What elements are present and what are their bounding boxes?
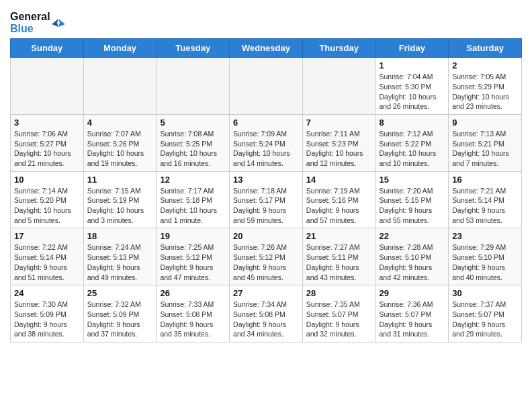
day-number: 18 [87, 231, 153, 241]
svg-marker-0 [58, 19, 65, 27]
calendar-cell: 10Sunrise: 7:14 AM Sunset: 5:20 PM Dayli… [11, 171, 84, 228]
day-info: Sunrise: 7:14 AM Sunset: 5:20 PM Dayligh… [14, 186, 80, 226]
day-info: Sunrise: 7:13 AM Sunset: 5:21 PM Dayligh… [452, 129, 518, 169]
day-info: Sunrise: 7:15 AM Sunset: 5:19 PM Dayligh… [87, 186, 153, 226]
calendar-cell: 20Sunrise: 7:26 AM Sunset: 5:12 PM Dayli… [230, 228, 303, 285]
day-info: Sunrise: 7:29 AM Sunset: 5:10 PM Dayligh… [452, 242, 518, 282]
day-info: Sunrise: 7:35 AM Sunset: 5:07 PM Dayligh… [306, 300, 372, 339]
day-number: 12 [160, 175, 226, 185]
day-number: 6 [233, 118, 299, 128]
day-info: Sunrise: 7:30 AM Sunset: 5:09 PM Dayligh… [14, 300, 80, 339]
day-number: 20 [233, 231, 299, 241]
calendar-cell: 18Sunrise: 7:24 AM Sunset: 5:13 PM Dayli… [83, 228, 157, 285]
calendar-cell: 3Sunrise: 7:06 AM Sunset: 5:27 PM Daylig… [11, 114, 84, 171]
day-number: 15 [380, 175, 445, 185]
day-number: 10 [14, 175, 80, 185]
calendar-cell: 1Sunrise: 7:04 AM Sunset: 5:30 PM Daylig… [375, 58, 449, 115]
day-number: 22 [380, 231, 445, 241]
day-number: 16 [452, 175, 518, 185]
day-info: Sunrise: 7:36 AM Sunset: 5:07 PM Dayligh… [380, 300, 445, 339]
calendar-table: SundayMondayTuesdayWednesdayThursdayFrid… [10, 38, 522, 342]
day-info: Sunrise: 7:24 AM Sunset: 5:13 PM Dayligh… [87, 242, 153, 282]
logo: General Blue [10, 11, 65, 34]
day-number: 9 [452, 118, 518, 128]
calendar-cell: 22Sunrise: 7:28 AM Sunset: 5:10 PM Dayli… [375, 228, 449, 285]
weekday-header-monday: Monday [83, 39, 157, 58]
calendar-cell: 2Sunrise: 7:05 AM Sunset: 5:29 PM Daylig… [449, 58, 522, 115]
calendar-cell: 17Sunrise: 7:22 AM Sunset: 5:14 PM Dayli… [11, 228, 84, 285]
day-info: Sunrise: 7:20 AM Sunset: 5:15 PM Dayligh… [380, 186, 445, 226]
calendar-cell: 29Sunrise: 7:36 AM Sunset: 5:07 PM Dayli… [375, 285, 449, 342]
day-info: Sunrise: 7:21 AM Sunset: 5:14 PM Dayligh… [452, 186, 518, 226]
weekday-header-row: SundayMondayTuesdayWednesdayThursdayFrid… [11, 39, 522, 58]
day-number: 1 [380, 60, 445, 71]
weekday-header-tuesday: Tuesday [157, 39, 230, 58]
weekday-header-sunday: Sunday [11, 39, 84, 58]
logo-blue: Blue [10, 23, 50, 35]
day-number: 14 [306, 175, 372, 185]
day-info: Sunrise: 7:33 AM Sunset: 5:08 PM Dayligh… [160, 300, 226, 339]
week-row-4: 17Sunrise: 7:22 AM Sunset: 5:14 PM Dayli… [11, 228, 522, 285]
day-info: Sunrise: 7:37 AM Sunset: 5:07 PM Dayligh… [452, 300, 518, 339]
logo-general: General [10, 11, 50, 23]
day-info: Sunrise: 7:18 AM Sunset: 5:17 PM Dayligh… [233, 186, 299, 226]
day-number: 17 [14, 231, 80, 241]
calendar-cell: 11Sunrise: 7:15 AM Sunset: 5:19 PM Dayli… [83, 171, 157, 228]
day-number: 25 [87, 288, 153, 298]
calendar-cell: 16Sunrise: 7:21 AM Sunset: 5:14 PM Dayli… [449, 171, 522, 228]
day-number: 8 [380, 118, 445, 128]
weekday-header-saturday: Saturday [449, 39, 522, 58]
calendar-cell: 19Sunrise: 7:25 AM Sunset: 5:12 PM Dayli… [157, 228, 230, 285]
day-number: 13 [233, 175, 299, 185]
calendar-cell: 30Sunrise: 7:37 AM Sunset: 5:07 PM Dayli… [449, 285, 522, 342]
day-number: 28 [306, 288, 372, 298]
calendar-cell: 15Sunrise: 7:20 AM Sunset: 5:15 PM Dayli… [375, 171, 449, 228]
day-info: Sunrise: 7:32 AM Sunset: 5:09 PM Dayligh… [87, 300, 153, 339]
weekday-header-wednesday: Wednesday [230, 39, 303, 58]
calendar-cell: 6Sunrise: 7:09 AM Sunset: 5:24 PM Daylig… [230, 114, 303, 171]
day-info: Sunrise: 7:34 AM Sunset: 5:08 PM Dayligh… [233, 300, 299, 339]
day-number: 29 [380, 288, 445, 298]
day-info: Sunrise: 7:06 AM Sunset: 5:27 PM Dayligh… [14, 129, 80, 169]
day-info: Sunrise: 7:25 AM Sunset: 5:12 PM Dayligh… [160, 242, 226, 282]
calendar-cell: 28Sunrise: 7:35 AM Sunset: 5:07 PM Dayli… [302, 285, 375, 342]
day-info: Sunrise: 7:12 AM Sunset: 5:22 PM Dayligh… [380, 129, 445, 169]
logo-text-block: General Blue [10, 11, 50, 34]
calendar-cell: 26Sunrise: 7:33 AM Sunset: 5:08 PM Dayli… [157, 285, 230, 342]
day-info: Sunrise: 7:08 AM Sunset: 5:25 PM Dayligh… [160, 129, 226, 169]
week-row-3: 10Sunrise: 7:14 AM Sunset: 5:20 PM Dayli… [11, 171, 522, 228]
calendar-cell [83, 58, 157, 115]
weekday-header-friday: Friday [375, 39, 449, 58]
calendar-cell [157, 58, 230, 115]
day-number: 19 [160, 231, 226, 241]
calendar-cell [230, 58, 303, 115]
day-number: 30 [452, 288, 518, 298]
day-info: Sunrise: 7:11 AM Sunset: 5:23 PM Dayligh… [306, 129, 372, 169]
calendar-cell [302, 58, 375, 115]
day-info: Sunrise: 7:17 AM Sunset: 5:18 PM Dayligh… [160, 186, 226, 226]
calendar-cell: 27Sunrise: 7:34 AM Sunset: 5:08 PM Dayli… [230, 285, 303, 342]
day-number: 11 [87, 175, 153, 185]
calendar-cell: 24Sunrise: 7:30 AM Sunset: 5:09 PM Dayli… [11, 285, 84, 342]
day-number: 21 [306, 231, 372, 241]
week-row-1: 1Sunrise: 7:04 AM Sunset: 5:30 PM Daylig… [11, 58, 522, 115]
day-info: Sunrise: 7:05 AM Sunset: 5:29 PM Dayligh… [452, 72, 518, 111]
calendar-cell: 21Sunrise: 7:27 AM Sunset: 5:11 PM Dayli… [302, 228, 375, 285]
svg-marker-1 [52, 19, 58, 27]
calendar-cell: 7Sunrise: 7:11 AM Sunset: 5:23 PM Daylig… [302, 114, 375, 171]
calendar-cell: 8Sunrise: 7:12 AM Sunset: 5:22 PM Daylig… [375, 114, 449, 171]
calendar-cell: 12Sunrise: 7:17 AM Sunset: 5:18 PM Dayli… [157, 171, 230, 228]
calendar-cell: 9Sunrise: 7:13 AM Sunset: 5:21 PM Daylig… [449, 114, 522, 171]
day-number: 27 [233, 288, 299, 298]
logo-bird-icon [52, 16, 65, 30]
day-number: 7 [306, 118, 372, 128]
day-info: Sunrise: 7:09 AM Sunset: 5:24 PM Dayligh… [233, 129, 299, 169]
day-number: 24 [14, 288, 80, 298]
calendar-cell: 13Sunrise: 7:18 AM Sunset: 5:17 PM Dayli… [230, 171, 303, 228]
week-row-2: 3Sunrise: 7:06 AM Sunset: 5:27 PM Daylig… [11, 114, 522, 171]
logo-container: General Blue [10, 11, 65, 34]
page: General Blue SundayMondayTuesdayWednesda… [0, 0, 532, 353]
header: General Blue [10, 7, 522, 34]
calendar-cell: 5Sunrise: 7:08 AM Sunset: 5:25 PM Daylig… [157, 114, 230, 171]
calendar-cell: 4Sunrise: 7:07 AM Sunset: 5:26 PM Daylig… [83, 114, 157, 171]
